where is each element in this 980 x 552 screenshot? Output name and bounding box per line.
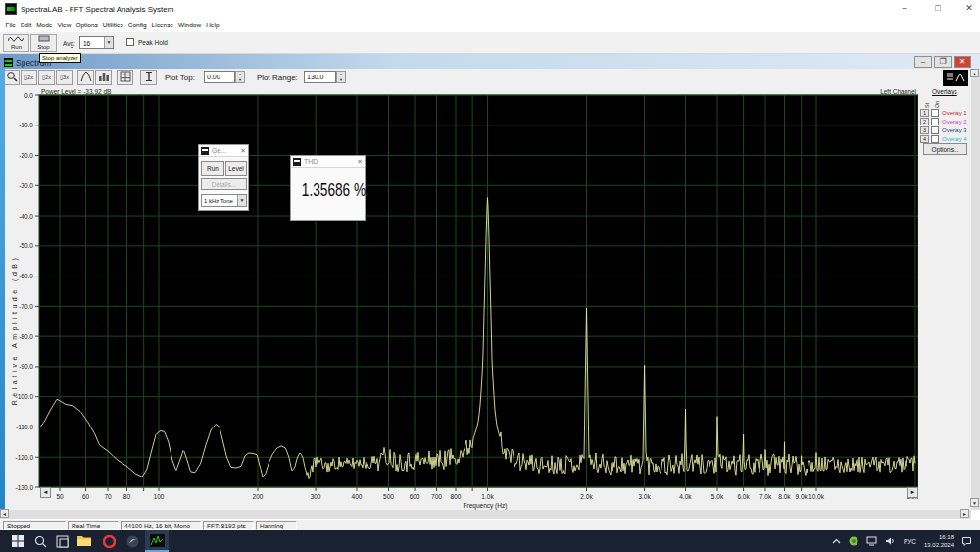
file-explorer-icon[interactable] [73, 530, 96, 552]
generator-details-button[interactable]: Details... [201, 178, 247, 190]
menu-item-view[interactable]: View [55, 18, 74, 32]
svg-text:-130.0: -130.0 [16, 484, 34, 491]
overlay-3-checkbox[interactable] [931, 126, 939, 134]
chevron-down-icon[interactable]: ▼ [104, 37, 113, 48]
marker-ibeam-icon[interactable] [140, 70, 157, 85]
taskbar-spectralab-button[interactable] [145, 530, 169, 552]
scroll-left-icon[interactable]: ◄ [0, 509, 9, 518]
close-button[interactable]: ✕ [955, 0, 980, 18]
generator-level-button[interactable]: Level [225, 161, 247, 176]
grid-table-icon[interactable] [117, 70, 133, 85]
svg-text:700: 700 [431, 493, 442, 500]
status-segment-0: Stopped [3, 521, 66, 530]
opera-browser-icon[interactable] [97, 530, 121, 552]
menu-item-license[interactable]: License [149, 18, 175, 32]
svg-text:10.0k: 10.0k [808, 493, 825, 500]
generator-tone-dropdown[interactable]: 1 kHz Tone ▼ [201, 194, 247, 207]
spectrum-minimize-button[interactable]: – [914, 56, 932, 68]
menu-item-options[interactable]: Options [74, 18, 100, 32]
svg-text:300: 300 [311, 493, 321, 500]
menu-item-help[interactable]: Help [204, 18, 221, 32]
overlay-options-button[interactable]: Options... [923, 143, 967, 155]
zoom-icon[interactable] [3, 70, 20, 85]
taskbar: РУС 16:1813.02.2024 [0, 530, 980, 552]
scroll-up-icon[interactable]: ▲ [970, 69, 979, 77]
overlay-2-checkbox[interactable] [931, 118, 939, 125]
peak-hold-checkbox[interactable] [126, 38, 134, 46]
tray-chevron-icon[interactable] [832, 538, 841, 545]
spectrum-close-button[interactable]: ✕ [954, 56, 971, 68]
overlay-1-button[interactable]: 1 [920, 109, 929, 117]
generator-run-button[interactable]: Run [201, 161, 224, 176]
task-view-button[interactable] [50, 530, 74, 552]
svg-text:500: 500 [383, 493, 394, 500]
menu-bar: FileEditModeViewOptionsUtilitiesConfigLi… [0, 18, 980, 32]
notification-center-icon[interactable] [961, 536, 972, 547]
tray-antivirus-icon[interactable] [849, 536, 858, 546]
overlay-2-label: Overlay 2 [942, 119, 967, 125]
plot-range-label: Plot Range: [257, 74, 298, 82]
generator-title-bar[interactable]: Ge... ✕ [199, 145, 248, 157]
spectrum-title-bar [0, 54, 980, 69]
minimize-button[interactable]: – [890, 0, 919, 18]
tray-volume-icon[interactable] [885, 536, 896, 546]
avg-dropdown[interactable]: 16 ▼ [79, 36, 114, 49]
zoom-out-2x-icon[interactable]: ▯2x [38, 70, 55, 85]
plot-range-spinner[interactable]: ▲▼ [336, 71, 346, 83]
stop-button[interactable]: Stop [30, 34, 57, 52]
spectrum-restore-button[interactable]: ❐ [934, 56, 952, 68]
overlay-4-button[interactable]: 4 [920, 135, 929, 143]
svg-text:600: 600 [410, 493, 420, 500]
menu-item-file[interactable]: File [3, 18, 18, 32]
overlay-4-label: Overlay 4 [942, 136, 967, 142]
start-button[interactable] [6, 530, 29, 552]
app-swirl-icon[interactable] [121, 530, 144, 552]
plot-top-label: Plot Top: [165, 74, 195, 82]
tray-network-icon[interactable] [866, 536, 877, 546]
generator-close-icon[interactable]: ✕ [240, 147, 246, 155]
overlay-4-checkbox[interactable] [931, 135, 939, 143]
bar-chart-icon[interactable] [95, 70, 112, 85]
overlay-3-button[interactable]: 3 [920, 126, 929, 134]
menu-item-utilities[interactable]: Utilities [100, 18, 125, 32]
menu-item-window[interactable]: Window [176, 18, 204, 32]
menu-item-config[interactable]: Config [125, 18, 149, 32]
status-segment-1: Real Time [68, 521, 119, 530]
maximize-button[interactable]: □ [923, 0, 953, 18]
search-icon[interactable] [28, 530, 52, 552]
scroll-right-icon[interactable]: ► [960, 509, 969, 518]
menu-item-mode[interactable]: Mode [34, 18, 55, 32]
overlay-1-checkbox[interactable] [931, 109, 939, 117]
svg-text:6.0k: 6.0k [737, 493, 750, 500]
zoom-in-2x-icon[interactable]: ▯2x [21, 70, 37, 85]
spectrum-window-icon [4, 58, 13, 67]
generator-panel-icon[interactable] [943, 70, 968, 86]
plot-top-spinner[interactable]: ▲▼ [235, 71, 245, 83]
svg-text:3.0k: 3.0k [638, 493, 651, 500]
vertical-scrollbar[interactable]: ▲ ▼ [971, 69, 980, 510]
zoom-3x-icon[interactable]: ▯3x [56, 70, 73, 85]
menu-item-edit[interactable]: Edit [18, 18, 33, 32]
scroll-down-icon[interactable]: ▼ [970, 498, 979, 507]
plot-top-input[interactable]: 0.00 [204, 71, 235, 83]
svg-text:4.0k: 4.0k [679, 493, 692, 500]
svg-text:50: 50 [56, 493, 64, 500]
plot-range-input[interactable]: 130.0 [304, 71, 336, 83]
svg-text:-90.0: -90.0 [19, 363, 33, 370]
svg-text:70: 70 [104, 493, 112, 500]
run-button[interactable]: Run [3, 34, 29, 52]
axis-pan-left-button[interactable]: ◄ [40, 487, 51, 498]
overlays-col-store: St [924, 103, 930, 108]
peak-curve-icon[interactable] [77, 70, 94, 85]
overlays-col-on: On [934, 101, 940, 108]
axis-pan-right-button[interactable]: ► [907, 487, 918, 498]
svg-text:1.0k: 1.0k [481, 493, 494, 500]
tray-clock[interactable]: 16:1813.02.2024 [924, 533, 954, 549]
thd-close-icon[interactable]: ✕ [357, 158, 363, 166]
generator-window: Ge... ✕ Run Level Details... 1 kHz Tone … [198, 144, 249, 211]
horizontal-scrollbar[interactable]: ◄ ► [0, 510, 971, 519]
overlay-2-button[interactable]: 2 [920, 118, 929, 125]
thd-title-bar[interactable]: THD ✕ [291, 156, 365, 168]
chevron-down-icon[interactable]: ▼ [237, 195, 246, 206]
tray-language-indicator[interactable]: РУС [904, 538, 916, 545]
